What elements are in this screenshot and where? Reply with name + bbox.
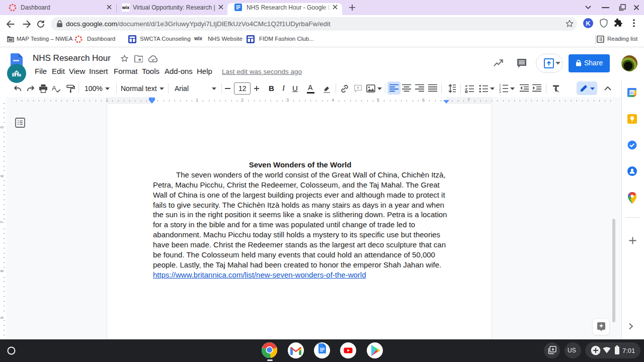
svg-text:3: 3 xyxy=(499,90,501,93)
svg-text:K: K xyxy=(586,20,591,27)
svg-text:31: 31 xyxy=(630,91,634,95)
svg-text:A: A xyxy=(52,84,56,92)
